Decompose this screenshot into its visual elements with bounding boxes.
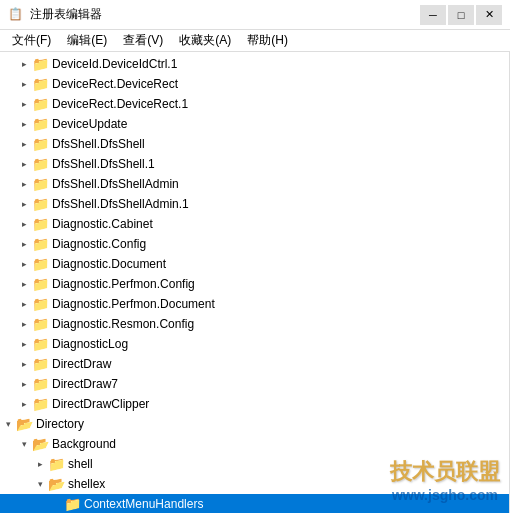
tree-item-label: DeviceRect.DeviceRect.1	[52, 97, 188, 111]
tree-item-label: DfsShell.DfsShell.1	[52, 157, 155, 171]
tree-item[interactable]: ▾📂shellex	[0, 474, 509, 494]
folder-icon: 📁	[32, 316, 49, 332]
folder-icon: 📁	[32, 356, 49, 372]
tree-item[interactable]: ▸📁DfsShell.DfsShellAdmin.1	[0, 194, 509, 214]
tree-item-label: DirectDrawClipper	[52, 397, 149, 411]
tree-item[interactable]: ▸📁Diagnostic.Config	[0, 234, 509, 254]
expand-icon[interactable]: ▸	[16, 294, 32, 314]
tree-item-label: shellex	[68, 477, 105, 491]
tree-item[interactable]: ▸📁DfsShell.DfsShell.1	[0, 154, 509, 174]
menu-edit[interactable]: 编辑(E)	[59, 30, 115, 51]
folder-icon: 📁	[32, 196, 49, 212]
folder-icon: 📁	[32, 76, 49, 92]
folder-icon: 📁	[32, 256, 49, 272]
tree-item[interactable]: ▸📁DeviceUpdate	[0, 114, 509, 134]
close-button[interactable]: ✕	[476, 5, 502, 25]
expand-icon[interactable]: ▾	[0, 414, 16, 434]
tree-item[interactable]: ▸📁DirectDraw	[0, 354, 509, 374]
expand-icon[interactable]: ▸	[16, 274, 32, 294]
tree-item-label: Diagnostic.Perfmon.Document	[52, 297, 215, 311]
expand-icon[interactable]: ▸	[16, 394, 32, 414]
expand-icon[interactable]: ▸	[16, 194, 32, 214]
folder-icon: 📁	[32, 96, 49, 112]
expand-icon[interactable]: ▸	[16, 154, 32, 174]
tree-item[interactable]: 📁ContextMenuHandlers	[0, 494, 509, 513]
expand-icon[interactable]: ▸	[16, 54, 32, 74]
folder-icon: 📁	[32, 136, 49, 152]
expand-icon[interactable]: ▸	[16, 134, 32, 154]
tree-item[interactable]: ▸📁Diagnostic.Perfmon.Document	[0, 294, 509, 314]
tree-item[interactable]: ▾📂Background	[0, 434, 509, 454]
folder-icon: 📂	[32, 436, 49, 452]
expand-icon[interactable]: ▸	[16, 314, 32, 334]
folder-icon: 📁	[48, 456, 65, 472]
title-bar: 📋 注册表编辑器 ─ □ ✕	[0, 0, 510, 30]
tree-item-label: DfsShell.DfsShellAdmin.1	[52, 197, 189, 211]
tree-item[interactable]: ▸📁DfsShell.DfsShell	[0, 134, 509, 154]
minimize-button[interactable]: ─	[420, 5, 446, 25]
folder-icon: 📂	[16, 416, 33, 432]
expand-icon[interactable]: ▸	[16, 354, 32, 374]
tree-item[interactable]: ▸📁shell	[0, 454, 509, 474]
folder-icon: 📁	[32, 236, 49, 252]
expand-icon[interactable]: ▾	[16, 434, 32, 454]
tree-item-label: ContextMenuHandlers	[84, 497, 203, 511]
main-area: ▸📁DeviceId.DeviceIdCtrl.1▸📁DeviceRect.De…	[0, 52, 510, 513]
folder-icon: 📁	[32, 116, 49, 132]
expand-icon[interactable]: ▸	[16, 74, 32, 94]
window-controls: ─ □ ✕	[420, 5, 502, 25]
expand-icon[interactable]: ▾	[32, 474, 48, 494]
expand-placeholder	[48, 494, 64, 513]
expand-icon[interactable]: ▸	[16, 114, 32, 134]
tree-item[interactable]: ▸📁DiagnosticLog	[0, 334, 509, 354]
tree-item[interactable]: ▸📁DeviceRect.DeviceRect	[0, 74, 509, 94]
folder-icon: 📁	[32, 296, 49, 312]
app-title: 注册表编辑器	[30, 6, 102, 23]
tree-item[interactable]: ▸📁DfsShell.DfsShellAdmin	[0, 174, 509, 194]
tree-item-label: DfsShell.DfsShell	[52, 137, 145, 151]
menu-favorites[interactable]: 收藏夹(A)	[171, 30, 239, 51]
app-icon: 📋	[8, 7, 24, 23]
tree-item[interactable]: ▸📁Diagnostic.Perfmon.Config	[0, 274, 509, 294]
expand-icon[interactable]: ▸	[16, 374, 32, 394]
tree-item[interactable]: ▸📁DeviceId.DeviceIdCtrl.1	[0, 54, 509, 74]
tree-item-label: DeviceRect.DeviceRect	[52, 77, 178, 91]
maximize-button[interactable]: □	[448, 5, 474, 25]
folder-icon: 📁	[32, 276, 49, 292]
tree-item[interactable]: ▸📁Diagnostic.Resmon.Config	[0, 314, 509, 334]
folder-icon: 📁	[32, 56, 49, 72]
tree-item[interactable]: ▸📁DirectDrawClipper	[0, 394, 509, 414]
tree-item-label: Background	[52, 437, 116, 451]
expand-icon[interactable]: ▸	[32, 454, 48, 474]
expand-icon[interactable]: ▸	[16, 174, 32, 194]
tree-item[interactable]: ▸📁DeviceRect.DeviceRect.1	[0, 94, 509, 114]
menu-view[interactable]: 查看(V)	[115, 30, 171, 51]
tree-item-label: Diagnostic.Perfmon.Config	[52, 277, 195, 291]
registry-tree[interactable]: ▸📁DeviceId.DeviceIdCtrl.1▸📁DeviceRect.De…	[0, 52, 509, 513]
expand-icon[interactable]: ▸	[16, 94, 32, 114]
tree-item-label: DeviceId.DeviceIdCtrl.1	[52, 57, 177, 71]
tree-item-label: DirectDraw	[52, 357, 111, 371]
tree-item[interactable]: ▸📁Diagnostic.Document	[0, 254, 509, 274]
tree-item[interactable]: ▸📁Diagnostic.Cabinet	[0, 214, 509, 234]
tree-item-label: Diagnostic.Cabinet	[52, 217, 153, 231]
folder-icon: 📂	[48, 476, 65, 492]
tree-item-label: DirectDraw7	[52, 377, 118, 391]
tree-item-label: DfsShell.DfsShellAdmin	[52, 177, 179, 191]
tree-item[interactable]: ▾📂Directory	[0, 414, 509, 434]
expand-icon[interactable]: ▸	[16, 334, 32, 354]
folder-icon: 📁	[64, 496, 81, 512]
folder-icon: 📁	[32, 156, 49, 172]
tree-item-label: DeviceUpdate	[52, 117, 127, 131]
expand-icon[interactable]: ▸	[16, 214, 32, 234]
tree-item[interactable]: ▸📁DirectDraw7	[0, 374, 509, 394]
expand-icon[interactable]: ▸	[16, 254, 32, 274]
expand-icon[interactable]: ▸	[16, 234, 32, 254]
tree-item-label: Directory	[36, 417, 84, 431]
tree-item-label: Diagnostic.Resmon.Config	[52, 317, 194, 331]
menu-file[interactable]: 文件(F)	[4, 30, 59, 51]
tree-item-label: shell	[68, 457, 93, 471]
menu-help[interactable]: 帮助(H)	[239, 30, 296, 51]
folder-icon: 📁	[32, 216, 49, 232]
folder-icon: 📁	[32, 176, 49, 192]
